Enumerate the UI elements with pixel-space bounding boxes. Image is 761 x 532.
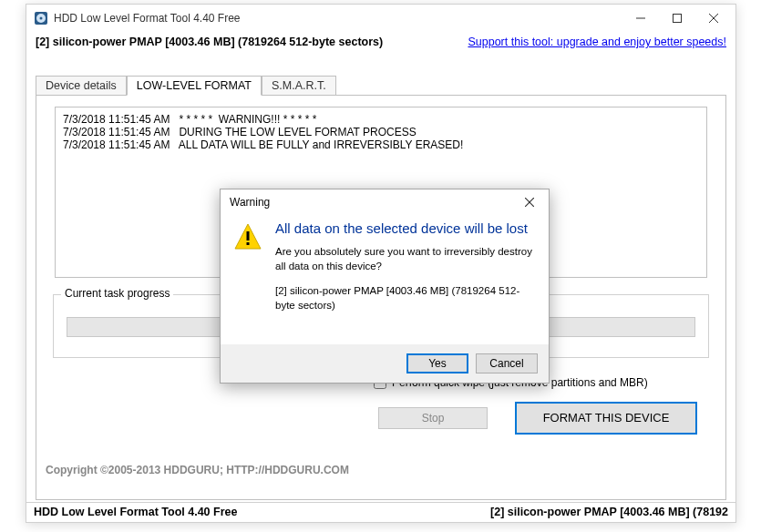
- close-icon: [525, 198, 534, 207]
- window-controls: [622, 5, 732, 31]
- tab-device-details[interactable]: Device details: [36, 76, 127, 95]
- format-button[interactable]: FORMAT THIS DEVICE: [515, 402, 697, 435]
- dialog-titlebar: Warning: [221, 189, 549, 215]
- warning-icon: [233, 222, 262, 251]
- device-info-text: [2] silicon-power PMAP [4003.46 MB] (781…: [36, 36, 383, 48]
- close-button[interactable]: [695, 5, 732, 31]
- svg-rect-11: [247, 242, 250, 245]
- support-link[interactable]: Support this tool: upgrade and enjoy bet…: [468, 36, 726, 48]
- app-icon: [34, 11, 48, 26]
- warning-dialog: Warning All data on the selected device …: [220, 189, 550, 384]
- titlebar: HDD Low Level Format Tool 4.40 Free: [26, 5, 735, 32]
- svg-rect-10: [247, 231, 250, 240]
- dialog-cancel-button[interactable]: Cancel: [476, 353, 538, 373]
- tab-bar: Device details LOW-LEVEL FORMAT S.M.A.R.…: [36, 76, 726, 95]
- dialog-content: All data on the selected device will be …: [275, 220, 536, 312]
- log-line: 7/3/2018 11:51:45 AM DURING THE LOW LEVE…: [63, 126, 699, 138]
- status-right: [2] silicon-power PMAP [4003.46 MB] (781…: [483, 503, 735, 522]
- dialog-close-button[interactable]: [510, 190, 549, 214]
- dialog-button-row: Yes Cancel: [221, 344, 549, 383]
- window-title: HDD Low Level Format Tool 4.40 Free: [54, 12, 622, 25]
- statusbar: HDD Low Level Format Tool 4.40 Free [2] …: [26, 502, 735, 522]
- tab-low-level-format[interactable]: LOW-LEVEL FORMAT: [127, 76, 262, 96]
- dialog-device-info: [2] silicon-power PMAP [4003.46 MB] (781…: [275, 284, 536, 312]
- copyright-text: Copyright ©2005-2013 HDDGURU; HTTP://HDD…: [46, 464, 349, 476]
- log-line: 7/3/2018 11:51:45 AM * * * * * WARNING!!…: [63, 113, 699, 126]
- device-info-line: [2] silicon-power PMAP [4003.46 MB] (781…: [26, 32, 735, 52]
- status-left: HDD Low Level Format Tool 4.40 Free: [26, 503, 244, 522]
- stop-button: Stop: [378, 407, 488, 429]
- log-line: 7/3/2018 11:51:45 AM ALL DATA WILL BE FU…: [63, 138, 699, 151]
- minimize-button[interactable]: [622, 5, 659, 31]
- dialog-body: All data on the selected device will be …: [221, 215, 549, 312]
- maximize-button[interactable]: [659, 5, 695, 31]
- dialog-title: Warning: [230, 196, 270, 209]
- svg-point-2: [40, 17, 43, 20]
- progress-label: Current task progress: [61, 287, 173, 300]
- dialog-headline: All data on the selected device will be …: [275, 220, 536, 236]
- dialog-yes-button[interactable]: Yes: [406, 353, 468, 373]
- dialog-message: Are you absolutely sure you want to irre…: [275, 245, 536, 273]
- tab-smart[interactable]: S.M.A.R.T.: [262, 76, 336, 95]
- svg-rect-4: [674, 15, 682, 23]
